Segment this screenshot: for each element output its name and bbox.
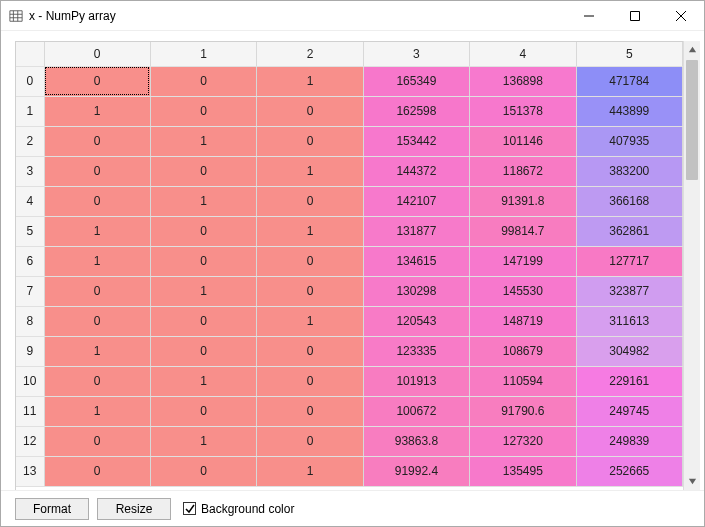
data-cell[interactable]: 0 — [44, 426, 150, 456]
data-cell[interactable]: 134615 — [363, 246, 469, 276]
data-cell[interactable]: 127320 — [470, 426, 576, 456]
data-cell[interactable]: 383200 — [576, 156, 682, 186]
data-cell[interactable]: 362861 — [576, 216, 682, 246]
data-cell[interactable]: 147199 — [470, 246, 576, 276]
data-cell[interactable]: 323877 — [576, 276, 682, 306]
data-cell[interactable]: 0 — [150, 156, 256, 186]
scroll-down-icon[interactable] — [684, 473, 700, 490]
row-header[interactable]: 7 — [16, 276, 44, 306]
data-cell[interactable]: 0 — [257, 336, 363, 366]
data-cell[interactable]: 1 — [257, 66, 363, 96]
data-cell[interactable]: 144372 — [363, 156, 469, 186]
data-cell[interactable]: 1 — [257, 156, 363, 186]
data-cell[interactable]: 0 — [257, 246, 363, 276]
data-cell[interactable]: 311613 — [576, 306, 682, 336]
data-cell[interactable]: 0 — [257, 126, 363, 156]
data-cell[interactable]: 249745 — [576, 396, 682, 426]
close-button[interactable] — [658, 1, 704, 31]
row-header[interactable]: 5 — [16, 216, 44, 246]
data-cell[interactable]: 0 — [257, 186, 363, 216]
data-cell[interactable]: 0 — [150, 96, 256, 126]
data-cell[interactable]: 0 — [44, 366, 150, 396]
scroll-up-icon[interactable] — [684, 41, 700, 58]
data-cell[interactable]: 1 — [44, 336, 150, 366]
resize-button[interactable]: Resize — [97, 498, 171, 520]
data-cell[interactable]: 118672 — [470, 156, 576, 186]
row-header[interactable]: 8 — [16, 306, 44, 336]
vertical-scrollbar[interactable] — [683, 41, 700, 490]
data-cell[interactable]: 1 — [150, 426, 256, 456]
data-cell[interactable]: 1 — [44, 96, 150, 126]
data-cell[interactable]: 145530 — [470, 276, 576, 306]
data-cell[interactable]: 0 — [150, 336, 256, 366]
data-cell[interactable]: 130298 — [363, 276, 469, 306]
data-cell[interactable]: 0 — [257, 96, 363, 126]
data-cell[interactable]: 153442 — [363, 126, 469, 156]
data-cell[interactable]: 123335 — [363, 336, 469, 366]
data-cell[interactable]: 1 — [150, 366, 256, 396]
row-header[interactable]: 4 — [16, 186, 44, 216]
data-cell[interactable]: 142107 — [363, 186, 469, 216]
data-cell[interactable]: 0 — [44, 126, 150, 156]
data-cell[interactable]: 0 — [150, 66, 256, 96]
data-cell[interactable]: 366168 — [576, 186, 682, 216]
data-cell[interactable]: 91790.6 — [470, 396, 576, 426]
row-header[interactable]: 11 — [16, 396, 44, 426]
data-cell[interactable]: 0 — [44, 306, 150, 336]
row-header[interactable]: 0 — [16, 66, 44, 96]
data-cell[interactable]: 0 — [150, 396, 256, 426]
row-header[interactable]: 2 — [16, 126, 44, 156]
background-color-checkbox[interactable]: Background color — [183, 502, 294, 516]
column-header[interactable]: 4 — [470, 42, 576, 66]
column-header[interactable]: 5 — [576, 42, 682, 66]
data-cell[interactable]: 471784 — [576, 66, 682, 96]
data-cell[interactable]: 1 — [44, 396, 150, 426]
data-cell[interactable]: 1 — [257, 306, 363, 336]
data-cell[interactable]: 101146 — [470, 126, 576, 156]
column-header[interactable]: 0 — [44, 42, 150, 66]
data-cell[interactable]: 0 — [150, 246, 256, 276]
data-cell[interactable]: 1 — [257, 456, 363, 486]
data-cell[interactable]: 1 — [44, 216, 150, 246]
minimize-button[interactable] — [566, 1, 612, 31]
array-grid[interactable]: 0123450001165349136898471784110016259815… — [15, 41, 683, 490]
data-cell[interactable]: 91391.8 — [470, 186, 576, 216]
data-cell[interactable]: 148719 — [470, 306, 576, 336]
data-cell[interactable]: 127717 — [576, 246, 682, 276]
data-cell[interactable]: 0 — [44, 456, 150, 486]
data-cell[interactable]: 0 — [44, 276, 150, 306]
row-header[interactable]: 12 — [16, 426, 44, 456]
data-cell[interactable]: 151378 — [470, 96, 576, 126]
data-cell[interactable]: 0 — [150, 306, 256, 336]
data-cell[interactable]: 131877 — [363, 216, 469, 246]
data-cell[interactable]: 252665 — [576, 456, 682, 486]
data-cell[interactable]: 165349 — [363, 66, 469, 96]
scroll-track[interactable] — [684, 58, 700, 473]
data-cell[interactable]: 1 — [257, 216, 363, 246]
data-cell[interactable]: 304982 — [576, 336, 682, 366]
data-cell[interactable]: 1 — [44, 246, 150, 276]
column-header[interactable]: 2 — [257, 42, 363, 66]
data-cell[interactable]: 108679 — [470, 336, 576, 366]
data-cell[interactable]: 443899 — [576, 96, 682, 126]
row-header[interactable]: 9 — [16, 336, 44, 366]
data-cell[interactable]: 1 — [150, 276, 256, 306]
data-cell[interactable]: 1 — [150, 126, 256, 156]
column-header[interactable]: 3 — [363, 42, 469, 66]
data-cell[interactable]: 135495 — [470, 456, 576, 486]
data-cell[interactable]: 0 — [44, 186, 150, 216]
format-button[interactable]: Format — [15, 498, 89, 520]
column-header[interactable]: 1 — [150, 42, 256, 66]
data-cell[interactable]: 0 — [44, 66, 150, 96]
data-cell[interactable]: 0 — [257, 396, 363, 426]
data-cell[interactable]: 162598 — [363, 96, 469, 126]
row-header[interactable]: 3 — [16, 156, 44, 186]
data-cell[interactable]: 0 — [257, 366, 363, 396]
data-cell[interactable]: 407935 — [576, 126, 682, 156]
data-cell[interactable]: 91992.4 — [363, 456, 469, 486]
data-cell[interactable]: 249839 — [576, 426, 682, 456]
data-cell[interactable]: 229161 — [576, 366, 682, 396]
row-header[interactable]: 13 — [16, 456, 44, 486]
maximize-button[interactable] — [612, 1, 658, 31]
scroll-thumb[interactable] — [686, 60, 698, 180]
